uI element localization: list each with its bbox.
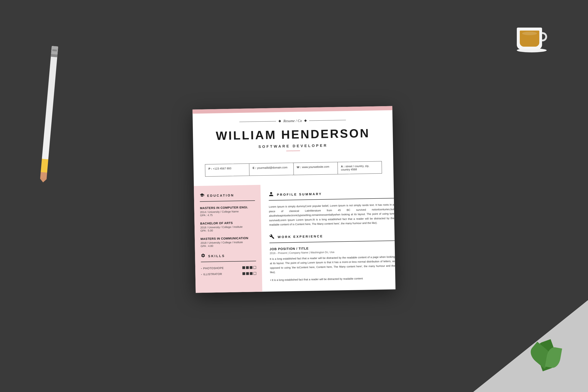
profile-summary-title: PROFILE SUMMARY <box>277 192 322 196</box>
contact-email: E :yourmailid@domain.com <box>249 163 294 176</box>
skill-dots-2 <box>242 272 256 275</box>
address-label: A : <box>341 165 345 168</box>
resume-body: EDUCATION MASTERS IN COMPUTER ENGI. 2014… <box>194 182 396 293</box>
profile-section-header: PROFILE SUMMARY <box>268 189 394 198</box>
coffee-decoration <box>517 28 547 52</box>
job-entry-1: JOB POSITION / TITLE 2016 - Present | Co… <box>270 245 395 275</box>
education-entry-2: BACHELOR OF ARTS 2018 / University / Col… <box>200 221 256 232</box>
pencil-band <box>51 54 57 57</box>
contact-bar: P :+123 4567 893 E :yourmailid@domain.co… <box>205 161 382 176</box>
logo-text: Resume / Co <box>283 118 302 123</box>
phone-label: P : <box>208 167 212 170</box>
skills-section-header: SKILLS <box>201 252 256 259</box>
profile-summary-section: PROFILE SUMMARY Lorem Ipsum is simply du… <box>268 189 394 227</box>
edu-year-3: 2018 / University / College / Institute <box>200 240 256 244</box>
person-icon <box>268 192 274 198</box>
website-label: W : <box>297 166 301 169</box>
work-experience-title: WORK EXPERIENCE <box>278 234 323 239</box>
address-value: street / country, zip, country 4568 <box>341 164 369 171</box>
wrench-icon <box>269 234 274 240</box>
skill-item-1: • PHOTOSHOPE <box>201 266 256 270</box>
coffee-cup <box>517 28 542 50</box>
skills-section: SKILLS • PHOTOSHOPE • <box>201 252 256 276</box>
resume-logo-line: Resume / Co <box>204 117 381 124</box>
pencil-eraser <box>51 46 58 54</box>
resume-document: Resume / Co WILLIAM HENDERSON SOFTWARE D… <box>192 106 396 293</box>
education-divider <box>200 200 255 202</box>
education-title: EDUCATION <box>207 193 234 198</box>
skills-divider <box>201 261 256 262</box>
website-value: www.yourwebsite.com <box>302 165 329 169</box>
resume-main-content: PROFILE SUMMARY Lorem Ipsum is simply du… <box>260 182 396 292</box>
coffee-handle <box>542 32 547 41</box>
skill-dots-1 <box>242 266 256 269</box>
graduation-icon <box>200 193 204 198</box>
profile-summary-text: Lorem Ipsum is simply dummyContr popular… <box>269 202 394 227</box>
dot-2-2 <box>246 272 249 275</box>
edu-degree-2: BACHELOR OF ARTS <box>200 221 255 225</box>
work-section-divider <box>269 240 395 243</box>
phone-value: +123 4567 893 <box>213 167 231 170</box>
job-desc-partial: • It is a long established fact that a r… <box>270 276 395 282</box>
edu-year-1: 2014 / University / College Name <box>200 210 255 214</box>
edu-gpa-1: GPA : 4.75 <box>200 213 255 217</box>
applicant-name: WILLIAM HENDERSON <box>204 126 382 143</box>
pencil-decoration <box>40 46 58 179</box>
logo-line-right <box>309 120 346 121</box>
edu-degree-1: MASTERS IN COMPUTER ENGI. <box>200 206 255 210</box>
applicant-title: SOFTWARE DEVELOPER <box>205 142 382 150</box>
bg-corner-decoration <box>473 300 588 392</box>
work-section-header: WORK EXPERIENCE <box>269 232 395 240</box>
dot-1-2 <box>246 266 249 269</box>
skill-bullet-1: • <box>201 267 202 270</box>
skill-name-2: ILLISTRATOR <box>203 272 243 276</box>
header-section: Resume / Co WILLIAM HENDERSON SOFTWARE D… <box>204 110 382 158</box>
job-desc-1: It is a long established fact that a rea… <box>270 254 395 275</box>
contact-address: A :street / country, zip, country 4568 <box>338 161 382 174</box>
dot-1-4 <box>253 266 256 269</box>
edu-gpa-3: GPA : 4.80 <box>200 244 256 248</box>
dot-1-3 <box>250 266 252 269</box>
email-label: E : <box>253 166 256 170</box>
edu-year-2: 2018 / University / College / Institute <box>200 225 255 229</box>
resume-sidebar: EDUCATION MASTERS IN COMPUTER ENGI. 2014… <box>194 185 262 293</box>
skill-bullet-2: • <box>201 273 202 276</box>
title-underline <box>286 150 300 151</box>
contact-phone: P :+123 4567 893 <box>205 164 249 176</box>
education-entry-1: MASTERS IN COMPUTER ENGI. 2014 / Univers… <box>200 206 255 217</box>
skills-title: SKILLS <box>208 254 225 258</box>
profile-section-divider <box>269 198 394 200</box>
edu-degree-3: MASTERS IN COMMUNICATION <box>200 236 256 240</box>
skill-name-1: PHOTOSHOPE <box>203 266 243 270</box>
logo-line-left <box>239 121 276 122</box>
work-experience-section: WORK EXPERIENCE JOB POSITION / TITLE 201… <box>269 232 396 282</box>
email-value: yourmailid@domain.com <box>257 166 287 169</box>
logo-diamond-left <box>278 120 281 122</box>
education-entry-3: MASTERS IN COMMUNICATION 2018 / Universi… <box>200 236 256 248</box>
dot-2-1 <box>242 272 245 275</box>
dot-2-4 <box>253 272 256 275</box>
gear-icon <box>201 253 205 259</box>
dot-2-3 <box>250 272 252 275</box>
resume-header-area: Resume / Co WILLIAM HENDERSON SOFTWARE D… <box>192 110 393 186</box>
job-entry-2: • It is a long established fact that a r… <box>270 276 395 282</box>
coffee-liquid <box>520 30 539 47</box>
skill-item-2: • ILLISTRATOR <box>201 272 256 276</box>
education-section-header: EDUCATION <box>200 192 255 198</box>
contact-website: W :www.yourwebsite.com <box>294 162 338 175</box>
edu-gpa-2: GPA : 5.00 <box>200 228 255 232</box>
dot-1-1 <box>242 266 245 269</box>
logo-diamond-right <box>304 119 307 122</box>
